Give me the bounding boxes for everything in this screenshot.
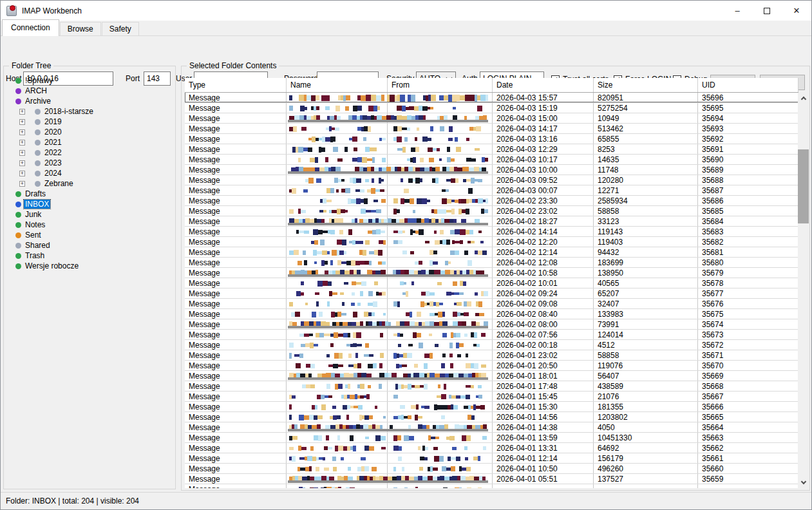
tree-item-junk[interactable]: Junk xyxy=(4,209,175,220)
table-row[interactable]: Message2026-04-03 10:001174835689 xyxy=(185,165,798,175)
tree-item-drafts[interactable]: Drafts xyxy=(4,189,175,199)
tree-item-2021[interactable]: +2021 xyxy=(4,137,175,147)
maximize-button[interactable] xyxy=(752,1,782,21)
table-row[interactable]: Message2026-04-03 15:19527525435695 xyxy=(185,103,798,113)
redaction-pixel xyxy=(415,147,419,152)
tree-item-shared[interactable]: Shared xyxy=(4,240,175,250)
tree-item-2024[interactable]: +2024 xyxy=(4,168,175,178)
redaction-pixel xyxy=(413,210,415,213)
table-row[interactable]: Message2026-04-03 15:5782095135696 xyxy=(185,93,798,103)
tree-item-inbox[interactable]: INBOX xyxy=(4,199,175,209)
tree-item-2019[interactable]: +2019 xyxy=(4,117,175,127)
table-row[interactable]: Message2026-04-02 10:5813895035679 xyxy=(185,268,798,278)
expand-icon[interactable]: + xyxy=(19,119,25,125)
table-row[interactable]: Message2026-04-02 12:0818369935680 xyxy=(185,258,798,268)
table-row[interactable]: Message2026-04-02 00:18451235672 xyxy=(185,340,798,350)
expand-icon[interactable]: + xyxy=(19,150,25,156)
table-row[interactable]: Message2026-04-02 23:30258593435686 xyxy=(185,196,798,206)
table-row[interactable]: Message2026-04-03 10:171463535690 xyxy=(185,155,798,165)
table-row[interactable]: Message2026-04-02 10:014056535678 xyxy=(185,278,798,288)
table-row[interactable]: Message2026-04-01 12:1415617935661 xyxy=(185,453,798,464)
redaction-pixel xyxy=(449,126,453,132)
cell-type: Message xyxy=(185,155,287,164)
redaction-pixel xyxy=(407,128,410,131)
table-row[interactable]: Message2026-04-03 12:29825335691 xyxy=(185,144,798,155)
table-row[interactable]: Message2026-04-02 09:246520735677 xyxy=(185,288,798,299)
table-row[interactable]: Message2026-04-01 05:5113752735659 xyxy=(185,474,798,484)
redaction-pixel xyxy=(381,179,384,182)
table-row[interactable]: Message2026-04-01 17:4843858935668 xyxy=(185,381,798,392)
table-row[interactable]: Message2026-04-02 12:2011940335682 xyxy=(185,237,798,247)
table-row[interactable]: Message2026-04-01 18:015640735669 xyxy=(185,371,798,381)
tree-item--sprawy[interactable]: !Sprawy xyxy=(4,75,175,86)
table-row[interactable]: Message2026-04-03 00:071227135687 xyxy=(185,185,798,196)
vertical-scrollbar[interactable] xyxy=(798,93,809,488)
redaction-pixel xyxy=(439,456,444,462)
column-header-name[interactable]: Name xyxy=(287,78,388,92)
tree-item-2023[interactable]: +2023 xyxy=(4,158,175,168)
table-row[interactable]: Message2026-04-01 23:025885835671 xyxy=(185,350,798,361)
redaction-pixel xyxy=(381,199,386,203)
table-row[interactable]: Message2026-04-01 15:3018135535666 xyxy=(185,402,798,412)
table-row[interactable]: Message2026-04-01 10:5049626035660 xyxy=(185,464,798,474)
table-row[interactable]: Message2026-04-03 14:1751346235693 xyxy=(185,124,798,134)
scroll-up-button[interactable] xyxy=(798,93,809,104)
cell-uid: 35665 xyxy=(698,412,798,422)
table-row[interactable]: Message2026-04-03 09:5212028035688 xyxy=(185,175,798,185)
tree-item-trash[interactable]: Trash xyxy=(4,250,175,261)
column-header-size[interactable]: Size xyxy=(594,78,698,92)
redaction-pixel xyxy=(480,95,486,101)
tree-item-archive[interactable]: Archive xyxy=(4,96,175,106)
table-row[interactable]: Message2026-04-01 14:38405035664 xyxy=(185,422,798,433)
table-row[interactable]: Message2026-04-02 07:5612401435673 xyxy=(185,330,798,340)
redacted-name xyxy=(288,134,386,144)
scroll-down-button[interactable] xyxy=(798,477,809,488)
expand-icon[interactable]: + xyxy=(19,140,25,146)
cell-date: 2026-04-02 18:27 xyxy=(493,216,594,226)
table-row[interactable]: Message xyxy=(185,484,798,488)
tree-item-wersje-robocze[interactable]: Wersje robocze xyxy=(4,261,175,271)
expand-icon[interactable]: + xyxy=(19,171,25,176)
column-header-from[interactable]: From xyxy=(388,78,493,92)
redaction-pixel xyxy=(393,231,398,233)
redaction-pixel xyxy=(457,302,462,306)
table-row[interactable]: Message2026-04-02 08:007399135674 xyxy=(185,319,798,330)
tree-item-zebrane[interactable]: +Zebrane xyxy=(4,178,175,189)
tree-item-notes[interactable]: Notes xyxy=(4,220,175,230)
expand-icon[interactable]: + xyxy=(19,129,25,135)
expand-icon[interactable]: + xyxy=(19,160,25,166)
tree-item-sent[interactable]: Sent xyxy=(4,230,175,240)
table-row[interactable]: Message2026-04-02 14:1411914335683 xyxy=(185,227,798,237)
tree-item-arch[interactable]: ARCH xyxy=(4,86,175,96)
redaction-pixel xyxy=(341,457,344,460)
table-row[interactable]: Message2026-04-01 14:56120380235665 xyxy=(185,412,798,422)
close-button[interactable]: ✕ xyxy=(782,1,811,21)
tree-item-2018-i-starsze[interactable]: +2018-i-starsze xyxy=(4,106,175,117)
table-row[interactable]: Message2026-04-01 13:591045133035663 xyxy=(185,433,798,443)
table-row[interactable]: Message2026-04-01 20:5011907635670 xyxy=(185,361,798,371)
expand-icon[interactable]: + xyxy=(19,109,25,115)
table-row[interactable]: Message2026-04-02 18:273312335684 xyxy=(185,216,798,227)
tab-browse[interactable]: Browse xyxy=(60,22,101,36)
table-row[interactable]: Message2026-04-03 13:166585535692 xyxy=(185,134,798,144)
column-header-type[interactable]: Type xyxy=(185,78,287,92)
table-row[interactable]: Message2026-04-02 23:025885835685 xyxy=(185,206,798,216)
table-row[interactable]: Message2026-04-02 12:149443235681 xyxy=(185,247,798,258)
scrollbar-thumb[interactable] xyxy=(798,149,809,223)
tree-item-2020[interactable]: +2020 xyxy=(4,127,175,137)
tab-safety[interactable]: Safety xyxy=(102,22,139,36)
tree-item-2022[interactable]: +2022 xyxy=(4,147,175,158)
table-row[interactable]: Message2026-04-03 15:001094935694 xyxy=(185,113,798,124)
minimize-button[interactable]: – xyxy=(722,1,752,21)
table-row[interactable]: Message2026-04-01 13:316469235662 xyxy=(185,443,798,453)
redaction-pixel xyxy=(372,312,375,316)
cell-size: 65207 xyxy=(594,288,698,298)
tab-connection[interactable]: Connection xyxy=(2,19,59,36)
expand-icon[interactable]: + xyxy=(19,181,25,187)
redaction-pixel xyxy=(401,178,403,182)
table-row[interactable]: Message2026-04-02 09:083240735676 xyxy=(185,299,798,309)
table-row[interactable]: Message2026-04-01 15:452107635667 xyxy=(185,392,798,402)
column-header-uid[interactable]: UID xyxy=(698,78,798,92)
column-header-date[interactable]: Date xyxy=(493,78,594,92)
table-row[interactable]: Message2026-04-02 08:4013398335675 xyxy=(185,309,798,319)
